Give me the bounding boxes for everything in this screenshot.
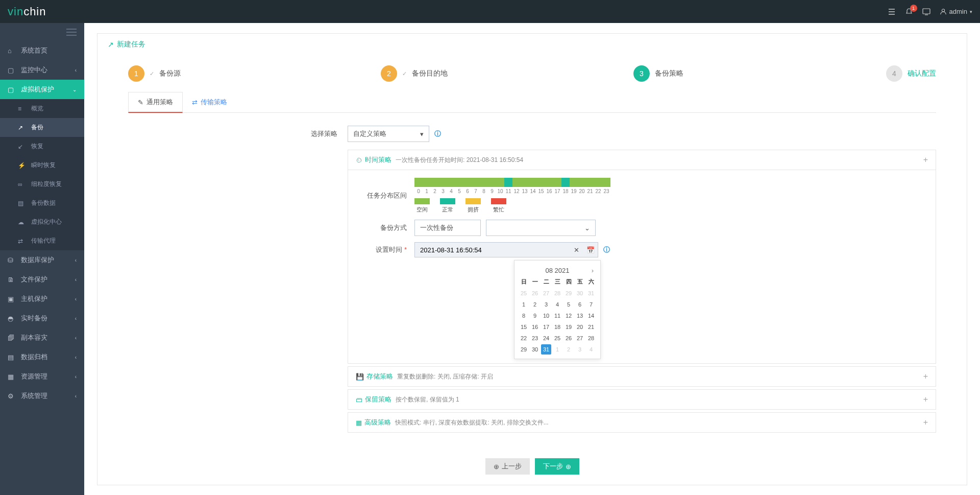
- cal-day[interactable]: 18: [552, 322, 562, 332]
- bell-icon[interactable]: 1: [905, 8, 913, 16]
- cal-day[interactable]: 27: [575, 333, 585, 343]
- cal-day[interactable]: 19: [564, 322, 574, 332]
- subnav-granular[interactable]: ∞细粒度恢复: [0, 175, 84, 194]
- cal-day[interactable]: 28: [586, 333, 596, 343]
- hour-tick: 23: [602, 188, 610, 194]
- cal-day[interactable]: 2: [530, 299, 540, 310]
- cal-day[interactable]: 3: [575, 344, 585, 355]
- cal-day[interactable]: 11: [552, 311, 562, 321]
- cal-day[interactable]: 26: [530, 288, 540, 298]
- date-input[interactable]: ✕ 📅: [414, 242, 598, 257]
- cal-day[interactable]: 25: [552, 333, 562, 343]
- cal-day[interactable]: 4: [586, 344, 596, 355]
- cal-day[interactable]: 16: [530, 322, 540, 332]
- cal-day[interactable]: 1: [552, 344, 562, 355]
- list-icon[interactable]: [888, 8, 896, 16]
- cal-day[interactable]: 28: [552, 288, 562, 298]
- clear-icon[interactable]: ✕: [569, 243, 583, 257]
- acc-head-advanced[interactable]: ▦高级策略 快照模式: 串行, 深度有效数据提取: 关闭, 排除交换文件... …: [348, 413, 936, 432]
- cal-day[interactable]: 31: [541, 344, 551, 355]
- cal-day[interactable]: 13: [575, 311, 585, 321]
- user-menu[interactable]: admin ▾: [940, 8, 972, 15]
- cal-day[interactable]: 7: [586, 299, 596, 310]
- cal-day[interactable]: 30: [575, 288, 585, 298]
- sidebar-toggle[interactable]: [0, 23, 84, 41]
- nav-home[interactable]: ⌂系统首页: [0, 41, 84, 60]
- sidebar: ⌂系统首页 ▢监控中心‹ ▢虚拟机保护⌄ ≡概览 ↗备份 ↙恢复 ⚡瞬时恢复 ∞…: [0, 23, 84, 495]
- nav-db-protect[interactable]: ⛁数据库保护‹: [0, 250, 84, 270]
- subnav-backup[interactable]: ↗备份: [0, 118, 84, 137]
- cal-day[interactable]: 21: [586, 322, 596, 332]
- cal-day[interactable]: 30: [530, 344, 540, 355]
- nav-label: 概览: [31, 104, 43, 113]
- cal-day[interactable]: 26: [564, 333, 574, 343]
- subnav-overview[interactable]: ≡概览: [0, 99, 84, 118]
- cal-day[interactable]: 17: [541, 322, 551, 332]
- cal-day[interactable]: 14: [586, 311, 596, 321]
- cal-grid: 日一二三四五六252627282930311234567891011121314…: [519, 276, 596, 355]
- cal-day[interactable]: 31: [586, 288, 596, 298]
- nav-replica[interactable]: 🗐副本容灾‹: [0, 328, 84, 347]
- cal-day[interactable]: 24: [541, 333, 551, 343]
- subnav-virtcenter[interactable]: ☁虚拟化中心: [0, 213, 84, 231]
- retain-icon: 🗃: [356, 396, 362, 404]
- select-policy[interactable]: 自定义策略 ▾: [348, 126, 429, 142]
- cal-day[interactable]: 9: [530, 311, 540, 321]
- nav-monitor[interactable]: ▢监控中心‹: [0, 60, 84, 80]
- nav-host-protect[interactable]: ▣主机保护‹: [0, 289, 84, 309]
- nav-resource[interactable]: ▦资源管理‹: [0, 367, 84, 386]
- prev-button[interactable]: ⊕上一步: [485, 458, 530, 475]
- cal-day[interactable]: 8: [519, 311, 529, 321]
- acc-head-retain[interactable]: 🗃保留策略 按个数保留, 保留值为 1 +: [348, 390, 936, 409]
- info-icon[interactable]: ⓘ: [434, 129, 441, 138]
- cal-day[interactable]: 4: [552, 299, 562, 310]
- plus-icon[interactable]: +: [923, 155, 928, 164]
- cal-day[interactable]: 20: [575, 322, 585, 332]
- cal-next-icon[interactable]: ›: [592, 267, 594, 274]
- cal-day[interactable]: 29: [519, 344, 529, 355]
- select-method-ext[interactable]: ⌄: [486, 220, 596, 236]
- next-button[interactable]: 下一步⊕: [535, 458, 579, 475]
- cal-day[interactable]: 23: [530, 333, 540, 343]
- plus-icon[interactable]: +: [923, 395, 928, 404]
- cal-day[interactable]: 22: [519, 333, 529, 343]
- transfer-icon: ⇄: [18, 238, 26, 245]
- cal-day[interactable]: 27: [541, 288, 551, 298]
- subnav-instant[interactable]: ⚡瞬时恢复: [0, 156, 84, 175]
- cal-day[interactable]: 5: [564, 299, 574, 310]
- date-field[interactable]: [415, 243, 569, 257]
- topbar: vinchin 1 admin ▾: [0, 0, 980, 23]
- db-icon: ⛁: [8, 256, 16, 264]
- monitor-icon[interactable]: [922, 8, 930, 16]
- nav-vm-protect[interactable]: ▢虚拟机保护⌄: [0, 80, 84, 99]
- nav-system[interactable]: ⚙系统管理‹: [0, 386, 84, 406]
- nav-file-protect[interactable]: 🗎文件保护‹: [0, 270, 84, 289]
- plus-icon[interactable]: +: [923, 372, 928, 381]
- tab-transfer[interactable]: ⇄传输策略: [183, 92, 236, 112]
- cal-day[interactable]: 6: [575, 299, 585, 310]
- acc-head-storage[interactable]: 💾存储策略 重复数据删除: 关闭, 压缩存储: 开启 +: [348, 367, 936, 386]
- cal-day[interactable]: 29: [564, 288, 574, 298]
- cal-day[interactable]: 2: [564, 344, 574, 355]
- nav-realtime[interactable]: ◓实时备份‹: [0, 309, 84, 328]
- cal-day[interactable]: 15: [519, 322, 529, 332]
- calendar-icon[interactable]: 📅: [583, 243, 598, 257]
- subnav-agent[interactable]: ⇄传输代理: [0, 231, 84, 250]
- cal-day[interactable]: 12: [564, 311, 574, 321]
- label-select-policy: 选择策略: [128, 129, 348, 138]
- acc-desc-text: 按个数保留, 保留值为 1: [396, 395, 459, 404]
- cal-day[interactable]: 25: [519, 288, 529, 298]
- select-method-highlight[interactable]: 一次性备份: [414, 220, 481, 236]
- info-icon[interactable]: ⓘ: [603, 245, 610, 254]
- cal-day[interactable]: 10: [541, 311, 551, 321]
- subnav-restore[interactable]: ↙恢复: [0, 137, 84, 156]
- cal-day[interactable]: 3: [541, 299, 551, 310]
- acc-title-text: 时间策略: [365, 155, 391, 164]
- acc-head-time[interactable]: ⏲时间策略 一次性备份任务开始时间: 2021-08-31 16:50:54 +: [348, 150, 936, 170]
- cal-day[interactable]: 1: [519, 299, 529, 310]
- nav-archive[interactable]: ▤数据归档‹: [0, 347, 84, 367]
- tab-general[interactable]: ✎通用策略: [128, 92, 183, 113]
- home-icon: ⌂: [8, 47, 16, 55]
- subnav-data[interactable]: ▤备份数据: [0, 194, 84, 213]
- plus-icon[interactable]: +: [923, 418, 928, 427]
